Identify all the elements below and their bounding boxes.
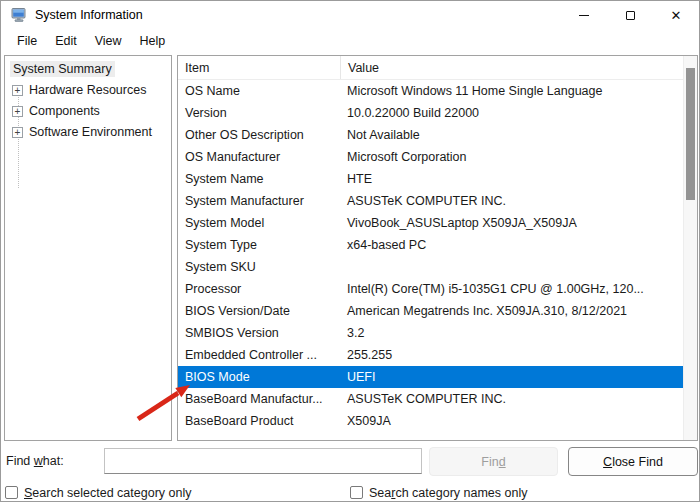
menu-bar: FileEditViewHelp <box>1 29 699 53</box>
titlebar: System Information ✕ <box>1 1 699 29</box>
item-cell: BIOS Mode <box>178 366 340 388</box>
item-cell: Other OS Description <box>178 124 340 146</box>
value-cell: HTE <box>340 168 683 190</box>
item-cell: System Name <box>178 168 340 190</box>
menu-item[interactable]: Help <box>132 32 174 50</box>
minimize-button[interactable] <box>561 1 607 29</box>
expand-plus-icon[interactable]: + <box>12 106 23 117</box>
table-row[interactable]: System Name HTE <box>178 168 683 190</box>
table-row[interactable]: BIOS Version/Date American Megatrends In… <box>178 300 683 322</box>
maximize-button[interactable] <box>607 1 653 29</box>
tree-item-label: Components <box>26 103 103 119</box>
close-icon: ✕ <box>671 9 682 22</box>
value-cell: 3.2 <box>340 322 683 344</box>
item-cell: Embedded Controller ... <box>178 344 340 366</box>
item-cell: Processor <box>178 278 340 300</box>
item-cell: BaseBoard Manufactur... <box>178 388 340 410</box>
expand-plus-icon[interactable]: + <box>12 85 23 96</box>
table-row[interactable]: Processor Intel(R) Core(TM) i5-1035G1 CP… <box>178 278 683 300</box>
value-cell: x64-based PC <box>340 234 683 256</box>
table-row[interactable]: Version 10.0.22000 Build 22000 <box>178 102 683 124</box>
minimize-icon <box>579 15 589 16</box>
category-tree: + System Summary + Hardware Resources + … <box>4 55 172 441</box>
value-cell: Intel(R) Core(TM) i5-1035G1 CPU @ 1.00GH… <box>340 278 683 300</box>
search-category-names-label: Search category names only <box>369 486 527 500</box>
find-what-label: Find what: <box>6 454 64 468</box>
close-button[interactable]: ✕ <box>653 1 699 29</box>
column-header-value[interactable]: Value <box>340 56 683 79</box>
close-find-button[interactable]: Close Find <box>568 447 698 476</box>
app-icon <box>11 7 27 23</box>
table-row[interactable]: OS Manufacturer Microsoft Corporation <box>178 146 683 168</box>
table-row[interactable]: SMBIOS Version 3.2 <box>178 322 683 344</box>
value-cell: Not Available <box>340 124 683 146</box>
tree-item-label: System Summary <box>10 61 115 77</box>
table-row[interactable]: BIOS Mode UEFI <box>178 366 683 388</box>
menu-item[interactable]: File <box>9 32 45 50</box>
value-cell: Microsoft Windows 11 Home Single Languag… <box>340 80 683 102</box>
find-input[interactable] <box>104 448 422 474</box>
find-button[interactable]: Find <box>429 447 558 476</box>
value-cell: 10.0.22000 Build 22000 <box>340 102 683 124</box>
value-cell <box>340 256 683 278</box>
system-information-window: System Information ✕ FileEditViewHelp + … <box>0 0 700 502</box>
value-cell: VivoBook_ASUSLaptop X509JA_X509JA <box>340 212 683 234</box>
value-cell: UEFI <box>340 366 683 388</box>
item-cell: System Manufacturer <box>178 190 340 212</box>
tree-item[interactable]: + Components <box>5 101 171 122</box>
table-row[interactable]: OS Name Microsoft Windows 11 Home Single… <box>178 80 683 102</box>
item-cell: Version <box>178 102 340 124</box>
window-title: System Information <box>35 8 143 22</box>
tree-item[interactable]: + Hardware Resources <box>5 80 171 101</box>
value-cell: ASUSTeK COMPUTER INC. <box>340 388 683 410</box>
menu-item[interactable]: View <box>87 32 130 50</box>
table-row[interactable]: Embedded Controller ... 255.255 <box>178 344 683 366</box>
table-row[interactable]: Other OS Description Not Available <box>178 124 683 146</box>
expand-plus-icon[interactable]: + <box>12 127 23 138</box>
item-cell: System Model <box>178 212 340 234</box>
table-row[interactable]: System Manufacturer ASUSTeK COMPUTER INC… <box>178 190 683 212</box>
vertical-scrollbar[interactable] <box>683 56 697 440</box>
item-cell: BIOS Version/Date <box>178 300 340 322</box>
table-row[interactable]: System Model VivoBook_ASUSLaptop X509JA_… <box>178 212 683 234</box>
item-cell: System Type <box>178 234 340 256</box>
tree-item[interactable]: + System Summary <box>5 59 171 80</box>
table-row[interactable]: System Type x64-based PC <box>178 234 683 256</box>
table-header: Item Value <box>178 56 683 80</box>
table-row[interactable]: System SKU <box>178 256 683 278</box>
value-cell: 255.255 <box>340 344 683 366</box>
value-cell: American Megatrends Inc. X509JA.310, 8/1… <box>340 300 683 322</box>
tree-item-label: Software Environment <box>26 124 155 140</box>
item-cell: System SKU <box>178 256 340 278</box>
tree-item-label: Hardware Resources <box>26 82 149 98</box>
value-cell: X509JA <box>340 410 683 432</box>
item-cell: BaseBoard Product <box>178 410 340 432</box>
scrollbar-thumb[interactable] <box>686 68 695 200</box>
item-cell: OS Manufacturer <box>178 146 340 168</box>
value-cell: ASUSTeK COMPUTER INC. <box>340 190 683 212</box>
value-cell: Microsoft Corporation <box>340 146 683 168</box>
menu-item[interactable]: Edit <box>47 32 85 50</box>
column-header-item[interactable]: Item <box>178 56 340 79</box>
window-controls: ✕ <box>561 1 699 29</box>
item-cell: OS Name <box>178 80 340 102</box>
search-category-names-option: Search category names only <box>350 484 527 501</box>
search-category-names-checkbox[interactable] <box>350 486 363 499</box>
search-selected-category-label: Search selected category only <box>24 486 191 500</box>
table-row[interactable]: BaseBoard Product X509JA <box>178 410 683 432</box>
system-summary-table: Item Value OS Name Microsoft Windows 11 … <box>177 55 698 441</box>
search-selected-category-option: Search selected category only <box>5 484 191 501</box>
search-selected-category-checkbox[interactable] <box>5 486 18 499</box>
table-row[interactable]: BaseBoard Manufactur... ASUSTeK COMPUTER… <box>178 388 683 410</box>
maximize-icon <box>626 11 635 20</box>
tree-item[interactable]: + Software Environment <box>5 122 171 143</box>
item-cell: SMBIOS Version <box>178 322 340 344</box>
